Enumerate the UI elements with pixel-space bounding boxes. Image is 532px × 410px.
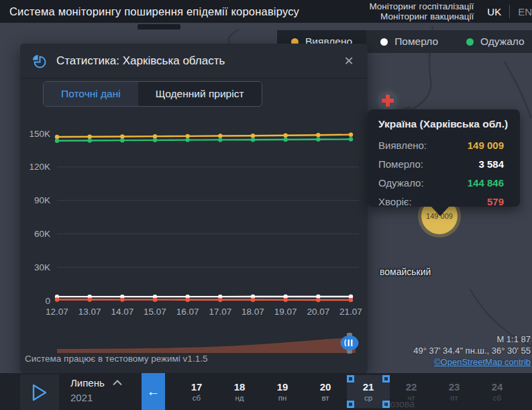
day-number: 17 [191, 381, 203, 393]
selection-corner-icon [347, 375, 354, 382]
osm-attribution-link[interactable]: ©OpenStreetMap contrib [434, 357, 531, 367]
map-attribution: М 1:1 87 49° 37' 34.4" пн.ш., 36° 30' 55… [413, 334, 531, 368]
lang-uk-button[interactable]: UK [486, 6, 509, 17]
day-weekday: сб [193, 393, 201, 403]
day-number: 19 [277, 381, 288, 393]
year-label: 2021 [70, 392, 122, 403]
tooltip-row-value: 3 584 [478, 155, 504, 174]
close-icon[interactable]: ✕ [341, 53, 357, 69]
map-scale: М 1:1 87 [413, 334, 531, 345]
day-weekday: пн [278, 393, 287, 403]
svg-text:15.07: 15.07 [144, 307, 166, 317]
day-weekday: вт [321, 393, 329, 403]
tooltip-row-label: Хворіє: [378, 193, 412, 211]
panel-header: Статистика: Харківська область ✕ [20, 44, 368, 79]
app-root: 149 009 вомайський М 1:1 87 49° 37' 34.4… [0, 0, 532, 410]
chevron-up-icon [113, 380, 122, 386]
lang-en-button[interactable]: EN [510, 6, 532, 17]
tooltip-row-label: Виявлено: [378, 136, 427, 155]
map-coordinates: 49° 37' 34.4" пн.ш., 36° 30' 55 [413, 345, 531, 356]
tooltip-row: Хворіє:579 [378, 193, 504, 211]
day-weekday: сб [493, 393, 501, 403]
legend-item-2[interactable]: Померло [366, 30, 452, 53]
svg-text:13.07: 13.07 [78, 307, 101, 317]
day-number: 21 [363, 381, 374, 393]
month-selector[interactable]: Липень 2021 [70, 377, 122, 403]
tooltip-row: Виявлено:149 009 [378, 136, 504, 155]
day-cell-17[interactable]: 17сб [175, 375, 218, 408]
system-status-text: Система працює в тестовому режимі v1.1.5 [25, 354, 207, 364]
timeline-bar: Липень 2021 ← 17сб18нд19пн20вт21ср22чт23… [0, 373, 532, 410]
day-number: 20 [320, 381, 331, 393]
tooltip-title: Україна (Харківська обл.) [378, 118, 504, 130]
panel-tabs: Поточні дані Щоденний приріст [43, 81, 262, 107]
svg-text:60K: 60K [34, 229, 50, 239]
map-city-label: вомайський [380, 266, 431, 277]
map-label-sliver [138, 24, 180, 30]
cases-line-chart: 150K120K90K60K30K012.0713.0714.0715.0716… [20, 127, 368, 323]
svg-text:17.07: 17.07 [209, 307, 231, 317]
timeline-prev-button[interactable]: ← [142, 373, 165, 410]
tooltip-row-value: 149 009 [468, 136, 504, 155]
play-icon [31, 383, 48, 402]
tooltip-row: Померло:3 584 [378, 155, 504, 174]
app-header: Система моніторингу поширення епідемії к… [0, 0, 532, 23]
hospital-marker-icon[interactable] [378, 91, 397, 110]
legend-label: Померло [394, 36, 438, 48]
svg-text:0: 0 [45, 296, 50, 306]
tooltip-row-label: Померло: [378, 155, 423, 174]
tooltip-row: Одужало:144 846 [378, 174, 504, 193]
day-number: 18 [234, 381, 246, 393]
legend-dot-icon [380, 38, 388, 46]
day-cell-24[interactable]: 24сб [476, 375, 519, 408]
pie-chart-icon [31, 53, 47, 69]
day-cell-19[interactable]: 19пн [261, 375, 304, 408]
svg-text:14.07: 14.07 [111, 307, 134, 317]
tab-current-data[interactable]: Поточні дані [44, 82, 138, 106]
svg-text:21.07: 21.07 [339, 307, 362, 317]
day-number: 24 [492, 381, 503, 393]
day-cell-20[interactable]: 20вт [304, 375, 347, 408]
app-title: Система моніторингу поширення епідемії к… [9, 5, 299, 18]
selection-corner-icon [347, 401, 354, 408]
overview-area [57, 338, 356, 353]
map-city-label-lozova: Лозова [384, 399, 415, 409]
day-cell-18[interactable]: 18нд [218, 375, 261, 408]
tooltip-row-value: 579 [487, 193, 504, 211]
arrow-left-icon: ← [147, 384, 160, 399]
statistics-panel: Статистика: Харківська область ✕ Поточні… [20, 44, 368, 373]
panel-title: Статистика: Харківська область [56, 54, 225, 68]
link-hospitalization-monitoring[interactable]: Моніторинг госпіталізації [369, 1, 474, 11]
tab-daily-growth[interactable]: Щоденний приріст [138, 82, 262, 106]
month-label: Липень [70, 377, 105, 389]
day-number: 23 [449, 381, 460, 393]
play-button[interactable] [20, 374, 59, 410]
slider-handle-icon [341, 336, 359, 350]
tooltip-row-value: 144 846 [468, 174, 504, 193]
legend-label: Одужало [480, 36, 525, 48]
svg-text:150K: 150K [29, 129, 50, 139]
legend-dot-icon [466, 38, 474, 46]
day-cell-23[interactable]: 23пт [433, 375, 476, 408]
svg-text:16.07: 16.07 [176, 307, 199, 317]
day-weekday: нд [235, 393, 244, 403]
link-vaccination-monitoring[interactable]: Моніторинг вакцинації [369, 11, 474, 21]
tooltip-row-label: Одужало: [378, 174, 424, 193]
selection-corner-icon [382, 375, 390, 382]
svg-text:90K: 90K [34, 195, 50, 205]
day-number: 22 [406, 381, 417, 393]
day-weekday: пт [450, 393, 458, 403]
day-weekday: ср [364, 393, 372, 403]
legend-item-3[interactable]: Одужало [452, 30, 532, 53]
svg-text:19.07: 19.07 [274, 307, 297, 317]
svg-text:12.07: 12.07 [46, 307, 68, 317]
svg-text:18.07: 18.07 [242, 307, 264, 317]
region-info-tooltip: Україна (Харківська обл.) Виявлено:149 0… [368, 109, 520, 207]
svg-text:120K: 120K [29, 162, 50, 172]
svg-text:30K: 30K [34, 262, 50, 272]
svg-text:20.07: 20.07 [307, 307, 329, 317]
